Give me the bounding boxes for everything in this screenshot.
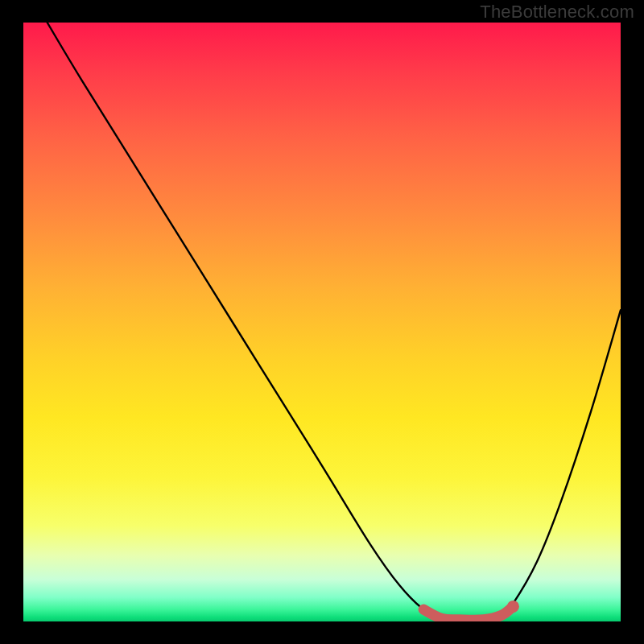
chart-container: TheBottleneck.com [0,0,644,644]
optimum-marker-end [507,601,519,613]
plot-area [23,23,621,621]
watermark-text: TheBottleneck.com [480,2,634,23]
marker-svg [23,23,621,621]
optimum-marker [423,606,513,620]
